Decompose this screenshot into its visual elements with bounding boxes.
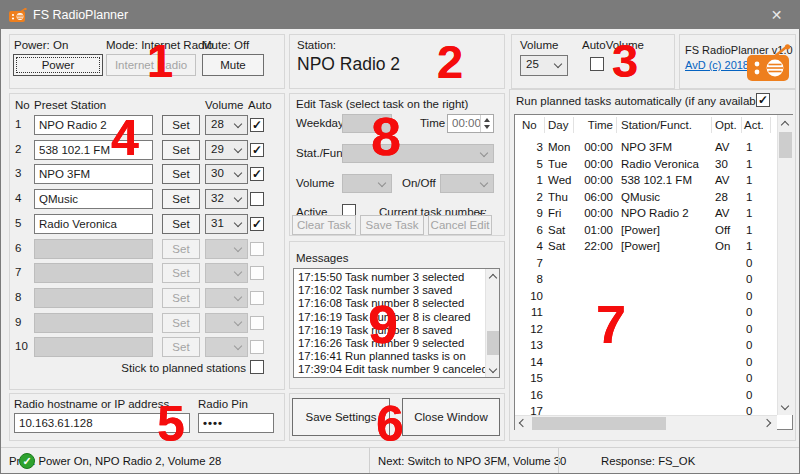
task-row[interactable]: 2Thu06:00QMusic281 bbox=[515, 191, 777, 207]
chevron-down-icon bbox=[234, 194, 242, 202]
task-row[interactable]: 1Wed00:00538 102.1 FMAV1 bbox=[515, 174, 777, 190]
task-day: Mon bbox=[548, 141, 570, 153]
task-row[interactable]: 100 bbox=[515, 290, 777, 306]
task-no: 8 bbox=[515, 273, 543, 285]
task-no: 12 bbox=[515, 323, 543, 335]
task-row[interactable]: 9Fri00:00NPO Radio 2AV1 bbox=[515, 207, 777, 223]
planned-tasks-title: Run planned tasks automatically (if any … bbox=[516, 95, 769, 107]
preset-row: 9Set bbox=[10, 313, 284, 334]
preset-set-button[interactable]: Set bbox=[162, 140, 200, 160]
task-row[interactable]: 5Tue00:00Radio Veronica301 bbox=[515, 158, 777, 174]
scroll-down-icon[interactable] bbox=[778, 400, 793, 415]
task-row[interactable]: 140 bbox=[515, 356, 777, 372]
preset-station-input[interactable] bbox=[34, 164, 153, 184]
preset-header-station: Preset Station bbox=[34, 99, 106, 111]
preset-auto-checkbox[interactable]: ✓ bbox=[250, 217, 264, 231]
preset-set-button[interactable]: Set bbox=[162, 164, 200, 184]
task-row[interactable]: 160 bbox=[515, 389, 777, 405]
task-time: 00:00 bbox=[573, 207, 613, 219]
preset-auto-checkbox[interactable]: ✓ bbox=[250, 118, 264, 132]
task-row[interactable]: 70 bbox=[515, 257, 777, 273]
preset-station-input[interactable] bbox=[34, 189, 153, 209]
scroll-up-icon[interactable] bbox=[486, 269, 500, 283]
preset-volume-select bbox=[205, 239, 248, 259]
radio-logo-icon bbox=[746, 44, 792, 82]
power-button[interactable]: Power bbox=[13, 54, 103, 76]
preset-header-no: No bbox=[15, 99, 30, 111]
preset-header-auto: Auto bbox=[248, 99, 272, 111]
run-tasks-checkbox[interactable]: ✓ bbox=[756, 93, 770, 107]
close-window-icon[interactable]: ✕ bbox=[754, 1, 799, 29]
preset-row: 8Set bbox=[10, 288, 284, 309]
about-group: FS RadioPlanner v1.0 AvD (c) 2018 bbox=[679, 34, 796, 89]
scroll-left-icon[interactable] bbox=[515, 416, 530, 431]
preset-volume-select[interactable]: 31 bbox=[205, 214, 248, 234]
tasks-hscroll-thumb[interactable] bbox=[532, 417, 666, 430]
task-no: 13 bbox=[515, 339, 543, 351]
preset-row: 3Set30✓ bbox=[10, 164, 284, 185]
volume-group: Volume 25 AutoVolume bbox=[511, 34, 675, 89]
preset-number: 4 bbox=[15, 192, 21, 204]
mute-status-label: Mute: Off bbox=[202, 39, 249, 51]
preset-station-input bbox=[34, 288, 153, 308]
autovolume-checkbox[interactable] bbox=[590, 57, 604, 71]
task-row[interactable]: 80 bbox=[515, 273, 777, 289]
task-station: [Power] bbox=[621, 224, 660, 236]
preset-row: 6Set bbox=[10, 239, 284, 260]
preset-set-button[interactable]: Set bbox=[162, 214, 200, 234]
preset-volume-select[interactable]: 29 bbox=[205, 140, 248, 160]
preset-volume-select[interactable]: 32 bbox=[205, 189, 248, 209]
tasks-scroll-thumb[interactable] bbox=[779, 132, 792, 158]
task-row[interactable]: 170 bbox=[515, 405, 777, 415]
preset-number: 7 bbox=[15, 266, 21, 278]
preset-set-button[interactable]: Set bbox=[162, 189, 200, 209]
task-no: 17 bbox=[515, 405, 543, 415]
task-time: 00:00 bbox=[573, 174, 613, 186]
task-row[interactable]: 150 bbox=[515, 372, 777, 388]
annotation-4: 4 bbox=[111, 113, 139, 163]
spin-up-icon[interactable] bbox=[484, 118, 490, 122]
task-row[interactable]: 3Mon00:00NPO 3FMAV1 bbox=[515, 141, 777, 157]
preset-stations-panel: No Preset Station Volume Auto 1Set28✓2Se… bbox=[9, 93, 285, 390]
preset-auto-checkbox[interactable]: ✓ bbox=[250, 167, 264, 181]
radio-pin-label: Radio Pin bbox=[198, 398, 248, 410]
tasks-vertical-scrollbar[interactable] bbox=[777, 115, 793, 415]
scroll-right-icon[interactable] bbox=[762, 416, 777, 431]
task-row[interactable]: 4Sat22:00[Power]On1 bbox=[515, 240, 777, 256]
preset-auto-checkbox[interactable]: ✓ bbox=[250, 143, 264, 157]
time-spinner[interactable]: 00:00 bbox=[447, 114, 494, 133]
message-line: 17:39:04 Edit task number 9 canceled bbox=[294, 363, 484, 376]
tasks-header-no: No bbox=[522, 119, 537, 131]
stick-to-planned-checkbox[interactable] bbox=[250, 360, 264, 374]
scroll-up-icon[interactable] bbox=[778, 115, 793, 130]
tasks-horizontal-scrollbar[interactable] bbox=[515, 415, 777, 431]
task-opt: 30 bbox=[715, 158, 728, 170]
preset-set-button[interactable]: Set bbox=[162, 115, 200, 135]
author-link[interactable]: AvD (c) 2018 bbox=[685, 59, 749, 71]
chevron-down-icon bbox=[234, 144, 242, 152]
mute-button[interactable]: Mute bbox=[202, 54, 264, 76]
task-station: NPO 3FM bbox=[621, 141, 672, 153]
spin-down-icon[interactable] bbox=[484, 125, 490, 129]
task-row[interactable]: 120 bbox=[515, 323, 777, 339]
task-station: 538 102.1 FM bbox=[621, 174, 692, 186]
volume-select[interactable]: 25 bbox=[520, 55, 568, 76]
scroll-down-icon[interactable] bbox=[486, 363, 500, 377]
task-row[interactable]: 6Sat01:00[Power]Off1 bbox=[515, 224, 777, 240]
close-window-button[interactable]: Close Window bbox=[402, 398, 500, 436]
chevron-down-icon bbox=[234, 219, 242, 227]
messages-scrollbar[interactable] bbox=[485, 269, 500, 377]
preset-volume-select[interactable]: 30 bbox=[205, 164, 248, 184]
task-time: 00:00 bbox=[573, 141, 613, 153]
preset-volume-select bbox=[205, 288, 248, 308]
radio-pin-input[interactable] bbox=[198, 413, 274, 433]
task-act: 0 bbox=[746, 372, 752, 384]
preset-auto-checkbox[interactable] bbox=[250, 192, 264, 206]
onoff-label: On/Off bbox=[402, 177, 436, 189]
tasks-header-day: Day bbox=[548, 119, 568, 131]
preset-station-input[interactable] bbox=[34, 214, 153, 234]
preset-volume-select[interactable]: 28 bbox=[205, 115, 248, 135]
messages-scroll-thumb[interactable] bbox=[487, 331, 500, 355]
task-row[interactable]: 110 bbox=[515, 306, 777, 322]
task-row[interactable]: 130 bbox=[515, 339, 777, 355]
